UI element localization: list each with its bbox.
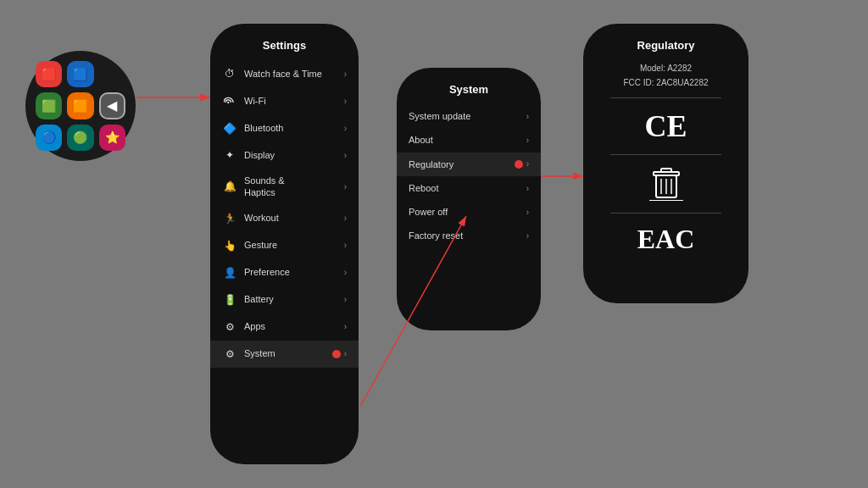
gesture-icon: 👆 xyxy=(222,238,237,253)
chevron-icon: › xyxy=(344,322,347,331)
chevron-icon: › xyxy=(526,136,529,145)
battery-icon: 🔋 xyxy=(222,292,237,308)
chevron-icon: › xyxy=(344,97,347,106)
active-indicator xyxy=(332,350,341,358)
system-item-update[interactable]: System update › xyxy=(397,104,541,128)
watch-app-icon-1[interactable]: 🟥 xyxy=(36,61,62,87)
preference-icon: 👤 xyxy=(222,265,237,280)
chevron-icon: › xyxy=(526,231,529,241)
chevron-icon: › xyxy=(344,349,347,358)
workout-icon: 🏃 xyxy=(222,211,237,226)
chevron-icon: › xyxy=(344,241,347,250)
settings-item-preference[interactable]: 👤 Preference › xyxy=(210,259,359,286)
watch-app-icon-2[interactable]: 🟦 xyxy=(67,61,93,87)
regulatory-panel: Regulatory Model: A2282 FCC ID: 2AC8UA22… xyxy=(583,24,748,303)
settings-item-system[interactable]: ⚙ System › xyxy=(210,341,359,368)
chevron-icon: › xyxy=(344,151,347,160)
settings-item-display[interactable]: ✦ Display › xyxy=(210,141,359,169)
chevron-icon: › xyxy=(526,112,529,121)
system-item-factory-reset[interactable]: Factory reset › xyxy=(397,224,541,247)
watch-face-icon: ⏱ xyxy=(222,66,237,81)
system-item-reboot[interactable]: Reboot › xyxy=(397,176,541,200)
svg-rect-2 xyxy=(661,169,671,172)
watch-app-icon-7[interactable]: 🟢 xyxy=(67,125,93,151)
settings-item-gesture[interactable]: 👆 Gesture › xyxy=(210,232,359,259)
chevron-icon: › xyxy=(526,184,529,193)
weee-symbol xyxy=(649,164,683,204)
watch-app-icon-8[interactable]: ⭐ xyxy=(99,125,125,151)
settings-item-apps[interactable]: ⚙ Apps › xyxy=(210,313,359,341)
settings-item-watch-face[interactable]: ⏱ Watch face & Time › xyxy=(210,60,359,87)
system-panel: System System update › About › Regulator… xyxy=(397,68,541,330)
apps-icon: ⚙ xyxy=(222,319,237,335)
divider xyxy=(610,154,721,155)
chevron-icon: › xyxy=(344,124,347,133)
active-indicator xyxy=(515,160,523,169)
watch-app-icon-6[interactable]: 🔵 xyxy=(36,125,62,151)
chevron-icon: › xyxy=(344,268,347,277)
regulatory-title: Regulatory xyxy=(637,39,695,52)
settings-item-wifi[interactable]: Wi-Fi › xyxy=(210,87,359,114)
chevron-icon: › xyxy=(526,159,529,169)
wifi-icon xyxy=(222,93,237,108)
model-label: Model: A2282 xyxy=(597,64,735,73)
system-item-power-off[interactable]: Power off › xyxy=(397,200,541,224)
settings-item-battery[interactable]: 🔋 Battery › xyxy=(210,286,359,313)
system-item-regulatory[interactable]: Regulatory › xyxy=(397,152,541,176)
watch-app-icon-5[interactable]: ◀ xyxy=(99,92,125,119)
divider xyxy=(610,213,721,214)
chevron-icon: › xyxy=(344,69,347,79)
chevron-icon: › xyxy=(344,295,347,304)
settings-panel: Settings ⏱ Watch face & Time › Wi-Fi › 🔷… xyxy=(210,24,359,464)
bluetooth-icon: 🔷 xyxy=(222,120,237,136)
fcc-label: FCC ID: 2AC8UA2282 xyxy=(597,78,735,87)
watch-app-icon-3[interactable]: 🟩 xyxy=(36,92,62,119)
watch-circle: 🟥 🟦 🟩 🟧 ◀ 🔵 🟢 ⭐ xyxy=(25,51,136,161)
display-icon: ✦ xyxy=(222,147,237,163)
settings-title: Settings xyxy=(210,39,359,52)
ce-symbol: CE xyxy=(644,108,687,144)
chevron-icon: › xyxy=(526,208,529,217)
system-item-about[interactable]: About › xyxy=(397,128,541,152)
chevron-icon: › xyxy=(344,182,347,191)
system-icon: ⚙ xyxy=(222,347,237,362)
eac-symbol: EAC xyxy=(637,224,695,255)
system-title: System xyxy=(397,83,541,96)
sounds-icon: 🔔 xyxy=(222,179,237,194)
watch-app-icon-4[interactable]: 🟧 xyxy=(67,92,93,119)
settings-item-bluetooth[interactable]: 🔷 Bluetooth › xyxy=(210,114,359,141)
settings-item-workout[interactable]: 🏃 Workout › xyxy=(210,205,359,232)
settings-item-sounds[interactable]: 🔔 Sounds &Haptics › xyxy=(210,169,359,205)
chevron-icon: › xyxy=(344,214,347,223)
divider xyxy=(610,97,721,98)
